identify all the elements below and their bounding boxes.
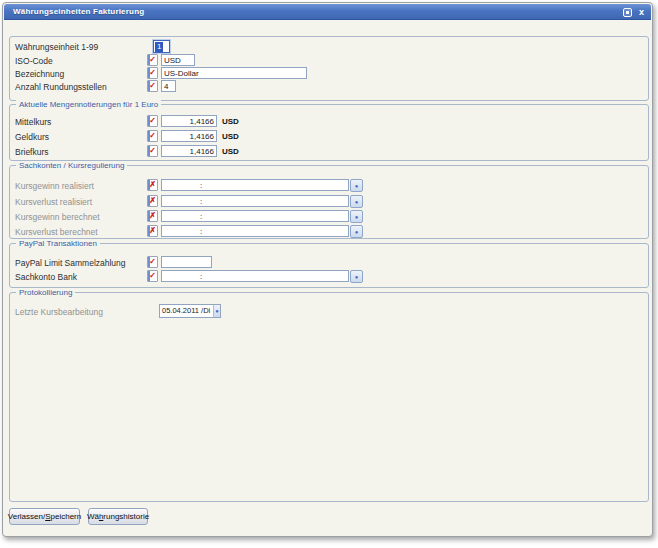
geldkurs-currency: USD	[222, 132, 239, 142]
bezeichnung-field[interactable]	[161, 67, 307, 79]
window-controls: x	[623, 4, 644, 20]
label-kursverlust-realisiert: Kursverlust realisiert	[15, 197, 92, 207]
lookup-button-kursverlust-berechnet[interactable]: ●	[350, 225, 363, 238]
legend-accounts: Sachkonten / Kursregulierung	[16, 161, 127, 170]
mittelkurs-field[interactable]	[161, 115, 217, 127]
check-button-paypal-limit[interactable]: ✓	[147, 256, 158, 268]
briefkurs-field[interactable]	[161, 145, 217, 157]
currency-history-button[interactable]: Währungshistorie	[88, 508, 148, 525]
paypal-limit-field[interactable]	[161, 256, 212, 268]
check-button-iso-code[interactable]: ✓	[147, 54, 158, 66]
cross-button-kursverlust-berechnet[interactable]: ✗	[147, 225, 158, 237]
label-sachkonto-bank: Sachkonto Bank	[15, 272, 77, 282]
check-button-briefkurs[interactable]: ✓	[147, 145, 158, 157]
kursverlust-realisiert-field[interactable]	[161, 195, 349, 207]
window-title: Währungseinheiten Fakturierung	[4, 7, 144, 16]
briefkurs-currency: USD	[222, 147, 239, 157]
label-kursgewinn-realisiert: Kursgewinn realisiert	[15, 181, 94, 191]
label-bezeichnung: Bezeichnung	[15, 69, 64, 79]
sachkonto-bank-field[interactable]	[161, 270, 349, 282]
label-iso-code: ISO-Code	[15, 56, 53, 66]
cross-button-kursgewinn-berechnet[interactable]: ✗	[147, 210, 158, 222]
check-button-bezeichnung[interactable]: ✓	[147, 67, 158, 79]
mittelkurs-currency: USD	[222, 117, 239, 127]
check-button-mittelkurs[interactable]: ✓	[147, 115, 158, 127]
restore-icon[interactable]	[623, 8, 632, 17]
label-rundungsstellen: Anzahl Rundungsstellen	[15, 82, 107, 92]
currency-unit-field[interactable]: 1	[153, 40, 170, 53]
label-kursverlust-berechnet: Kursverlust berechnet	[15, 227, 98, 237]
iso-code-field[interactable]	[161, 54, 195, 66]
label-currency-unit: Währungseinheit 1-99	[15, 42, 98, 52]
kursverlust-berechnet-field[interactable]	[161, 225, 349, 237]
legend-quotations: Aktuelle Mengennotierungen für 1 Euro	[16, 100, 161, 109]
close-icon[interactable]: x	[639, 4, 644, 20]
groupbox-protocol: Protokollierung	[9, 292, 649, 502]
cross-button-kursgewinn-realisiert[interactable]: ✗	[147, 179, 158, 191]
legend-protocol: Protokollierung	[16, 288, 75, 297]
lookup-button-kursverlust-realisiert[interactable]: ●	[350, 195, 363, 208]
title-bar: Währungseinheiten Fakturierung x	[4, 4, 651, 20]
label-paypal-limit: PayPal Limit Sammelzahlung	[15, 258, 126, 268]
legend-paypal: PayPal Transaktionen	[16, 239, 100, 248]
label-briefkurs: Briefkurs	[15, 147, 49, 157]
kursgewinn-berechnet-field[interactable]	[161, 210, 349, 222]
letzte-kursbearbeitung-value: 05.04.2011 /Di	[160, 305, 212, 317]
label-letzte-kursbearbeitung: Letzte Kursbearbeitung	[15, 307, 103, 317]
kursgewinn-realisiert-field[interactable]	[161, 179, 349, 191]
label-kursgewinn-berechnet: Kursgewinn berechnet	[15, 212, 100, 222]
letzte-kursbearbeitung-field[interactable]: 05.04.2011 /Di ●	[159, 304, 221, 318]
rundungsstellen-field[interactable]	[161, 80, 176, 92]
currency-unit-value: 1	[155, 42, 163, 52]
label-mittelkurs: Mittelkurs	[15, 117, 51, 127]
save-exit-button[interactable]: Verlassen/Speichern	[9, 508, 80, 525]
groupbox-quotations: Aktuelle Mengennotierungen für 1 Euro	[9, 104, 649, 161]
geldkurs-field[interactable]	[161, 130, 217, 142]
lookup-button-kursgewinn-realisiert[interactable]: ●	[350, 179, 363, 192]
cross-button-kursverlust-realisiert[interactable]: ✗	[147, 195, 158, 207]
lookup-button-kursgewinn-berechnet[interactable]: ●	[350, 210, 363, 223]
lookup-button-sachkonto-bank[interactable]: ●	[350, 270, 363, 283]
check-button-geldkurs[interactable]: ✓	[147, 130, 158, 142]
date-spinner-button[interactable]: ●	[213, 305, 220, 317]
check-button-sachkonto-bank[interactable]: ✓	[147, 270, 158, 282]
dialog-window: Währungseinheiten Fakturierung x Währung…	[2, 2, 653, 537]
check-button-rundungsstellen[interactable]: ✓	[147, 80, 158, 92]
label-geldkurs: Geldkurs	[15, 132, 49, 142]
